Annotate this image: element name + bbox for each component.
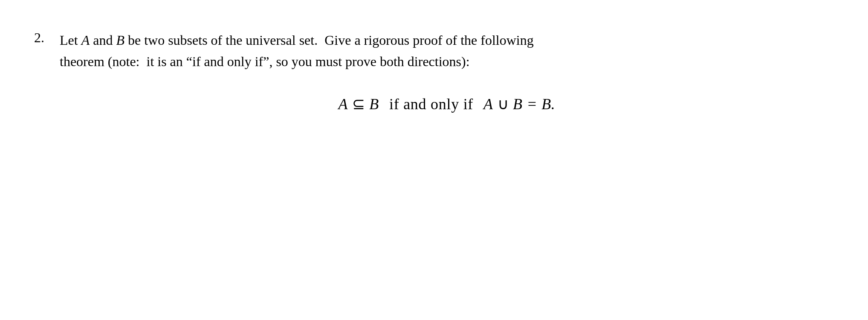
problem-text: Let A and B be two subsets of the univer… — [60, 30, 834, 116]
math-result-b: B — [541, 93, 551, 116]
math-union-a: A — [483, 93, 493, 116]
problem-number: 2. — [34, 30, 60, 116]
page: 2. Let A and B be two subsets of the uni… — [0, 0, 868, 320]
math-connector: if and only if — [389, 93, 473, 116]
math-subset-symbol: ⊆ — [348, 93, 369, 116]
math-union-symbol: ∪ — [493, 93, 513, 116]
math-lhs-b: B — [369, 93, 379, 116]
math-equals: = — [523, 93, 541, 116]
math-period: . — [551, 93, 556, 116]
math-union-b: B — [513, 93, 523, 116]
math-lhs-a: A — [338, 93, 348, 116]
problem-line2: theorem (note: it is an “if and only if”… — [60, 51, 834, 73]
math-display: A ⊆ B if and only if A ∪ B = B . — [60, 93, 834, 116]
problem-line1: Let A and B be two subsets of the univer… — [60, 30, 834, 51]
problem-block: 2. Let A and B be two subsets of the uni… — [34, 30, 834, 116]
